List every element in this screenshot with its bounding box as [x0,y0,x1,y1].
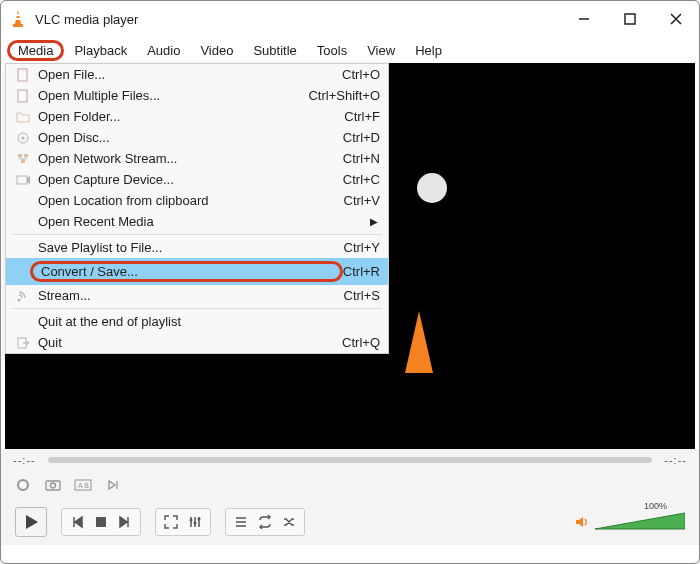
svg-point-25 [198,518,201,521]
menu-playback[interactable]: Playback [64,41,137,60]
menu-audio[interactable]: Audio [137,41,190,60]
menu-item-save-playlist[interactable]: Save Playlist to File... Ctrl+Y [6,237,388,258]
playlist-controls-group [225,508,305,536]
menu-item-open-multiple[interactable]: Open Multiple Files... Ctrl+Shift+O [6,85,388,106]
media-dropdown: Open File... Ctrl+O Open Multiple Files.… [5,63,389,354]
menu-item-open-capture[interactable]: Open Capture Device... Ctrl+C [6,169,388,190]
toolbar-secondary: A B [1,471,699,499]
menu-item-open-file[interactable]: Open File... Ctrl+O [6,64,388,85]
close-button[interactable] [667,10,685,28]
file-icon [12,68,34,82]
extended-settings-button[interactable] [186,513,204,531]
menu-view[interactable]: View [357,41,405,60]
svg-point-14 [18,298,21,301]
playlist-button[interactable] [232,513,250,531]
menu-video[interactable]: Video [190,41,243,60]
maximize-button[interactable] [621,10,639,28]
loop-ab-button[interactable]: A B [73,475,93,495]
svg-rect-0 [16,14,21,16]
quit-icon [12,336,34,350]
menu-item-open-recent[interactable]: Open Recent Media ▶ [6,211,388,232]
menu-subtitle[interactable]: Subtitle [243,41,306,60]
time-total: --:-- [664,454,687,466]
menu-tools[interactable]: Tools [307,41,357,60]
svg-rect-11 [24,154,28,157]
seek-bar[interactable] [48,457,653,463]
svg-rect-2 [13,24,23,27]
playback-controls-group [61,508,141,536]
previous-button[interactable] [68,513,86,531]
fullscreen-button[interactable] [162,513,180,531]
content-area: Open File... Ctrl+O Open Multiple Files.… [1,63,699,449]
folder-icon [12,110,34,124]
svg-rect-13 [17,176,27,184]
svg-point-5 [417,173,447,203]
volume-percent: 100% [644,501,667,511]
menu-media[interactable]: Media [7,40,64,61]
svg-rect-7 [18,90,27,102]
svg-rect-1 [15,18,22,20]
menu-item-quit-end[interactable]: Quit at the end of playlist [6,311,388,332]
toolbar-main: 100% [1,499,699,545]
capture-icon [12,173,34,187]
stop-button[interactable] [92,513,110,531]
menu-item-convert-save[interactable]: Convert / Save... Ctrl+R [6,258,388,285]
menu-item-stream[interactable]: Stream... Ctrl+S [6,285,388,306]
loop-button[interactable] [256,513,274,531]
time-elapsed: --:-- [13,454,36,466]
menu-item-quit[interactable]: Quit Ctrl+Q [6,332,388,353]
volume-slider[interactable] [595,511,685,533]
svg-rect-10 [18,154,22,157]
menu-item-open-disc[interactable]: Open Disc... Ctrl+D [6,127,388,148]
view-controls-group [155,508,211,536]
separator [12,234,382,235]
disc-icon [12,131,34,145]
snowflake-icon [415,171,449,205]
menu-help[interactable]: Help [405,41,452,60]
file-icon [12,89,34,103]
svg-point-9 [22,136,25,139]
svg-rect-12 [21,160,25,163]
minimize-button[interactable] [575,10,593,28]
vlc-cone-icon-large [389,311,449,395]
menu-item-open-clipboard[interactable]: Open Location from clipboard Ctrl+V [6,190,388,211]
titlebar: VLC media player [1,1,699,37]
svg-rect-6 [18,69,27,81]
svg-point-18 [51,483,56,488]
volume-control[interactable]: 100% [575,511,685,533]
play-button[interactable] [15,507,47,537]
svg-rect-4 [625,14,635,24]
menubar: Media Playback Audio Video Subtitle Tool… [1,37,699,63]
shuffle-button[interactable] [280,513,298,531]
svg-rect-22 [96,517,106,527]
svg-text:A B: A B [78,482,89,489]
speaker-icon [575,515,591,529]
menu-item-open-network[interactable]: Open Network Stream... Ctrl+N [6,148,388,169]
record-button[interactable] [13,475,33,495]
network-icon [12,152,34,166]
svg-point-24 [194,522,197,525]
next-button[interactable] [116,513,134,531]
stream-icon [12,289,34,303]
seek-row: --:-- --:-- [1,449,699,471]
submenu-arrow-icon: ▶ [370,216,378,227]
snapshot-button[interactable] [43,475,63,495]
frame-step-button[interactable] [103,475,123,495]
menu-item-open-folder[interactable]: Open Folder... Ctrl+F [6,106,388,127]
app-window: VLC media player Media Playback Audio Vi… [0,0,700,564]
separator [12,308,382,309]
vlc-cone-icon [9,10,27,28]
window-controls [575,10,685,28]
svg-point-16 [18,480,28,490]
svg-point-23 [190,519,193,522]
window-title: VLC media player [35,12,575,27]
